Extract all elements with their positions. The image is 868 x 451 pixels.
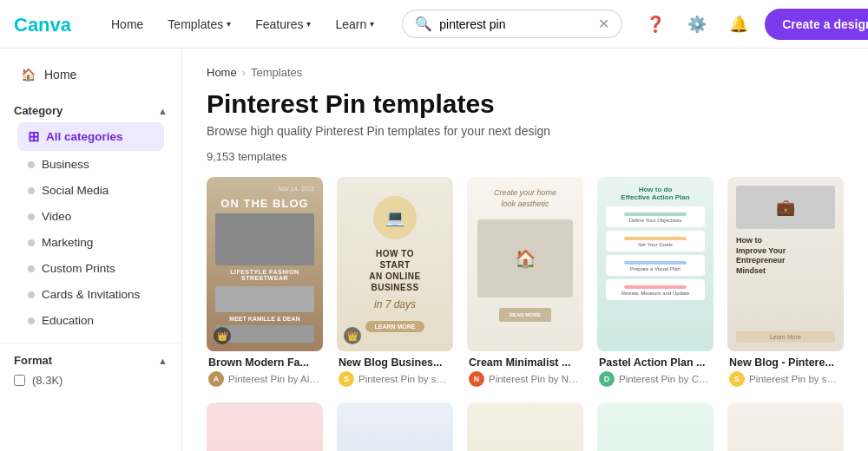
card-author-row: APinterest Pin by Alissa... <box>208 371 321 387</box>
learn-chevron-icon: ▾ <box>370 19 374 29</box>
card-author-row: SPinterest Pin by suba... <box>339 371 451 387</box>
format-checkbox[interactable] <box>14 375 25 386</box>
dot-icon <box>28 213 35 220</box>
templates-chevron-icon: ▾ <box>227 19 231 29</box>
canva-logo[interactable]: Canva <box>14 12 76 36</box>
card-avatar: N <box>469 371 484 387</box>
nav-features[interactable]: Features ▾ <box>245 12 321 36</box>
dot-icon <box>28 187 35 194</box>
template-card[interactable]: HOW TOWRITEBLOGTITLES How to Write Blog.… <box>467 402 583 451</box>
template-card[interactable]: Create your homelook aesthetic 🏠 READ MO… <box>467 177 583 389</box>
search-bar: 🔍 ✕ <box>402 10 622 38</box>
dot-icon <box>28 317 35 324</box>
dot-icon <box>28 161 35 168</box>
breadcrumb: Home › Templates <box>207 66 844 79</box>
category-chevron-icon: ▲ <box>158 106 168 116</box>
card-title: Brown Modern Fa... <box>208 356 321 369</box>
sidebar-item-custom-prints[interactable]: Custom Prints <box>17 256 164 281</box>
card-title: New Blog Busines... <box>339 356 451 369</box>
home-icon: 🏠 <box>21 68 36 82</box>
card-title: Pastel Action Plan ... <box>599 356 712 369</box>
premium-badge: 👑 <box>344 327 361 344</box>
page-title: Pinterest Pin templates <box>207 89 844 119</box>
card-avatar: A <box>208 371 224 387</box>
template-card[interactable]: 5 Tips MobileMarketing Learn how to grow… <box>337 402 453 451</box>
nav-learn[interactable]: Learn ▾ <box>325 12 385 36</box>
template-card[interactable]: Nov 14, 2022 ON THE BLOG LIFESTYLE FASHI… <box>207 177 323 389</box>
main-layout: 🏠 Home Category ▲ ⊞ All categories Busin… <box>0 49 868 451</box>
card-title: Cream Minimalist ... <box>469 356 582 369</box>
template-card[interactable]: 💼 How toImprove YourEntrepreneurMindset … <box>727 177 844 389</box>
nav-templates[interactable]: Templates ▾ <box>157 12 241 36</box>
settings-icon[interactable]: ⚙️ <box>681 9 713 40</box>
nav-right-actions: ❓ ⚙️ 🔔 Create a design CG <box>640 9 868 40</box>
template-card[interactable]: 🌸 Pink Blog Template Pink Blog TemplateP… <box>207 402 323 451</box>
category-title[interactable]: Category ▲ <box>14 104 168 117</box>
notifications-icon[interactable]: 🔔 <box>723 9 754 40</box>
sidebar-item-social-media[interactable]: Social Media <box>17 178 164 203</box>
template-count: 9,153 templates <box>207 150 844 163</box>
dot-icon <box>28 291 35 298</box>
nav-links: Home Templates ▾ Features ▾ Learn ▾ <box>101 12 385 36</box>
dot-icon <box>28 239 35 246</box>
sidebar-item-marketing[interactable]: Marketing <box>17 230 164 255</box>
card-author-row: NPinterest Pin by Nueb... <box>469 371 582 387</box>
breadcrumb-templates: Templates <box>251 66 302 79</box>
card-avatar: S <box>339 371 354 387</box>
features-chevron-icon: ▾ <box>306 19 311 29</box>
page-description: Browse high quality Pinterest Pin templa… <box>207 124 844 138</box>
dot-icon <box>28 265 35 272</box>
breadcrumb-separator: › <box>242 66 246 79</box>
sidebar-item-video[interactable]: Video <box>17 204 164 229</box>
card-avatar: S <box>729 371 745 387</box>
card-author: Pinterest Pin by Alissa... <box>228 374 321 384</box>
main-content: Home › Templates Pinterest Pin templates… <box>182 49 868 451</box>
template-grid: Nov 14, 2022 ON THE BLOG LIFESTYLE FASHI… <box>207 177 844 451</box>
nav-home[interactable]: Home <box>101 12 154 36</box>
create-design-button[interactable]: Create a design <box>765 9 868 40</box>
category-section: Category ▲ ⊞ All categories Business Soc… <box>0 90 181 339</box>
svg-text:Canva: Canva <box>14 14 72 36</box>
sidebar-item-education[interactable]: Education <box>17 308 164 333</box>
breadcrumb-home[interactable]: Home <box>207 66 237 79</box>
help-icon[interactable]: ❓ <box>640 9 671 40</box>
format-title[interactable]: Format ▲ <box>14 354 168 367</box>
sidebar-item-cards-invitations[interactable]: Cards & Invitations <box>17 282 164 307</box>
card-author: Pinterest Pin by suba... <box>749 374 842 384</box>
sidebar-item-all-categories[interactable]: ⊞ All categories <box>17 122 164 151</box>
template-card[interactable]: 💻 HOW TOSTARTAN ONLINEBUSINESS in 7 days… <box>337 177 453 389</box>
template-card[interactable]: How to doEffective Action Plan Define Yo… <box>597 177 713 389</box>
card-avatar: D <box>599 371 615 387</box>
card-title: New Blog - Pintere... <box>729 356 842 369</box>
premium-badge: 👑 <box>214 327 231 344</box>
top-navigation: Canva Home Templates ▾ Features ▾ Learn … <box>0 0 868 49</box>
sidebar-home[interactable]: 🏠 Home <box>7 61 174 88</box>
card-author: Pinterest Pin by suba... <box>358 374 451 384</box>
card-author: Pinterest Pin by Nueb... <box>489 374 582 384</box>
format-section: Format ▲ (8.3K) <box>0 343 181 397</box>
card-author: Pinterest Pin by Chair... <box>619 374 712 384</box>
format-chevron-icon: ▲ <box>158 356 168 366</box>
card-author-row: SPinterest Pin by suba... <box>729 371 842 387</box>
template-card[interactable]: 🌿 Minimal Pinterest...MPinterest Pin by.… <box>597 402 713 451</box>
grid-icon: ⊞ <box>28 128 39 145</box>
sidebar: 🏠 Home Category ▲ ⊞ All categories Busin… <box>0 49 182 451</box>
format-checkbox-label[interactable]: (8.3K) <box>14 374 168 387</box>
search-icon: 🔍 <box>415 16 432 32</box>
template-card[interactable]: Blog Post Template Blog Post TemplateBPi… <box>727 402 844 451</box>
clear-search-icon[interactable]: ✕ <box>598 16 609 32</box>
search-input[interactable] <box>439 17 591 31</box>
card-author-row: DPinterest Pin by Chair... <box>599 371 712 387</box>
sidebar-item-business[interactable]: Business <box>17 152 164 177</box>
